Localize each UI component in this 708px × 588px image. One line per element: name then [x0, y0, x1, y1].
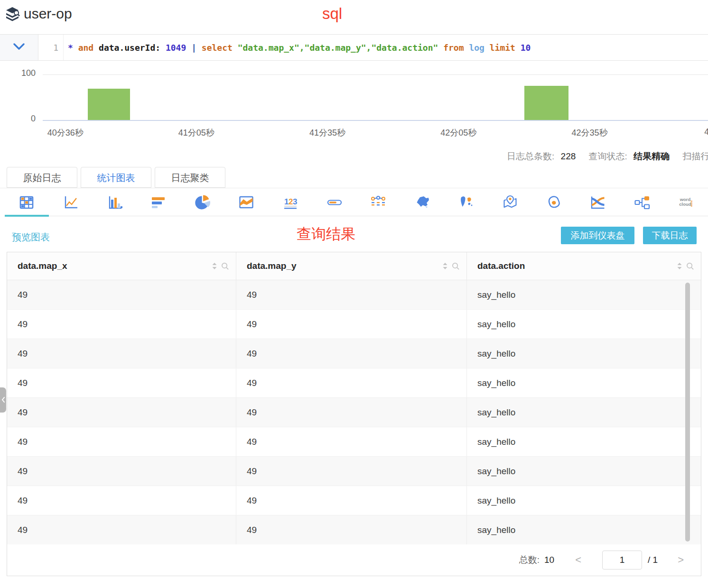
table-row: 4949say_hello: [7, 280, 701, 310]
query-result-annotation: 查询结果: [297, 224, 355, 244]
table-cell: 49: [236, 515, 467, 544]
chevron-down-icon: [13, 43, 25, 52]
column-search-icon[interactable]: [686, 262, 694, 270]
query-token: *: [68, 43, 78, 53]
tab[interactable]: 原始日志: [7, 167, 77, 188]
table-cell: 49: [236, 398, 467, 427]
column-search-icon[interactable]: [452, 262, 460, 270]
query-token: limit: [490, 43, 515, 53]
result-table: data.map_xdata.map_ydata.action 4949say_…: [7, 252, 701, 576]
column-chart-icon[interactable]: [93, 189, 137, 216]
sort-icon[interactable]: [212, 262, 217, 270]
column-title: data.action: [477, 261, 525, 271]
query-token: [160, 43, 166, 53]
china-map-icon[interactable]: [401, 189, 445, 216]
page-number-input[interactable]: [602, 551, 642, 570]
table-row: 4949say_hello: [7, 339, 701, 368]
table-cell: say_hello: [467, 310, 701, 339]
world-map-icon[interactable]: [444, 189, 488, 216]
query-token: from: [443, 43, 464, 53]
app-header: user-op sql: [0, 0, 708, 33]
query-token: [515, 43, 521, 53]
location-map-icon[interactable]: [488, 189, 532, 216]
next-page-button[interactable]: >: [678, 554, 684, 566]
histogram-bar[interactable]: [524, 86, 568, 120]
table-chart-icon[interactable]: [5, 189, 49, 216]
column-title: data.map_x: [18, 261, 67, 271]
query-editor[interactable]: * and data.userId: 1049 | select "data.m…: [64, 35, 708, 60]
line-number-gutter: 1: [38, 35, 64, 60]
prev-page-button[interactable]: <: [575, 554, 581, 566]
table-cell: say_hello: [467, 515, 701, 544]
svg-text:word: word: [690, 201, 693, 207]
sort-icon[interactable]: [677, 262, 682, 270]
table-cell: 49: [236, 310, 467, 339]
query-token: [438, 43, 443, 53]
table-cell: 49: [7, 398, 236, 427]
table-cell: say_hello: [467, 427, 701, 456]
table-row: 4949say_hello: [7, 427, 701, 457]
sort-icon[interactable]: [442, 262, 448, 270]
table-row: 4949say_hello: [7, 486, 701, 515]
query-token: [233, 43, 238, 53]
flow-chart-icon[interactable]: [576, 189, 620, 216]
vertical-scrollbar-thumb[interactable]: [685, 283, 690, 542]
query-token: 10: [521, 43, 531, 53]
svg-text:3: 3: [293, 197, 297, 206]
histogram-bar[interactable]: [88, 89, 130, 120]
table-cell: 49: [7, 457, 236, 486]
table-cell: 49: [236, 457, 467, 486]
scanned-rows-label: 扫描行: [682, 151, 708, 161]
tab[interactable]: 日志聚类: [155, 167, 225, 188]
table-row: 4949say_hello: [7, 398, 701, 427]
table-row: 4949say_hello: [7, 515, 701, 545]
x-axis-label: 40分36秒: [28, 127, 103, 138]
chart-type-toolbar: 123wordcloudword: [5, 189, 708, 216]
progress-bar-icon[interactable]: [312, 189, 356, 216]
collapse-panel-handle[interactable]: [0, 387, 6, 413]
y-axis-label: 0: [7, 114, 36, 124]
tab[interactable]: 统计图表: [81, 167, 151, 188]
query-bar: 1 * and data.userId: 1049 | select "data…: [0, 34, 708, 61]
word-cloud-icon[interactable]: wordcloudword: [664, 189, 708, 216]
line-chart-icon[interactable]: [49, 189, 93, 216]
line-number: 1: [53, 43, 58, 53]
x-axis-label: 42分35秒: [551, 127, 627, 138]
relation-graph-icon[interactable]: [620, 189, 664, 216]
query-token: "data.map_x","data.map_y","data.action": [238, 43, 438, 53]
download-logs-button[interactable]: 下载日志: [643, 227, 697, 244]
total-count-value: 10: [544, 555, 554, 565]
table-cell: 49: [7, 368, 236, 397]
table-cell: 49: [236, 339, 467, 368]
area-chart-icon[interactable]: [224, 189, 269, 216]
table-cell: 49: [236, 427, 467, 456]
table-row: 4949say_hello: [7, 368, 701, 398]
query-collapse-toggle[interactable]: [0, 35, 38, 60]
heat-map-icon[interactable]: [532, 189, 577, 216]
page-title: user-op: [24, 6, 72, 22]
table-cell: 49: [7, 515, 236, 544]
preview-chart-link[interactable]: 预览图表: [12, 231, 50, 244]
total-logs-label: 日志总条数:: [507, 151, 554, 161]
bar-chart-icon[interactable]: [137, 189, 181, 216]
table-cell: say_hello: [467, 398, 701, 427]
table-cell: say_hello: [467, 486, 701, 515]
column-search-icon[interactable]: [221, 262, 229, 270]
x-axis-label: 41分35秒: [289, 127, 365, 138]
x-axis-label: 4: [669, 127, 708, 137]
pie-chart-icon[interactable]: [181, 189, 225, 216]
total-logs-value: 228: [561, 151, 576, 161]
query-token: [484, 43, 490, 53]
column-title: data.map_y: [247, 261, 297, 271]
query-token: [464, 43, 469, 53]
add-to-dashboard-button[interactable]: 添加到仪表盘: [561, 227, 634, 244]
number-icon[interactable]: 123: [269, 189, 313, 216]
x-axis-label: 41分05秒: [158, 127, 234, 138]
sql-annotation: sql: [322, 5, 342, 23]
query-token: |: [186, 43, 202, 53]
sankey-icon[interactable]: [356, 189, 401, 216]
query-token: [93, 43, 99, 53]
table-row: 4949say_hello: [7, 310, 701, 339]
table-cell: 49: [236, 368, 467, 397]
query-token: log: [469, 43, 484, 53]
